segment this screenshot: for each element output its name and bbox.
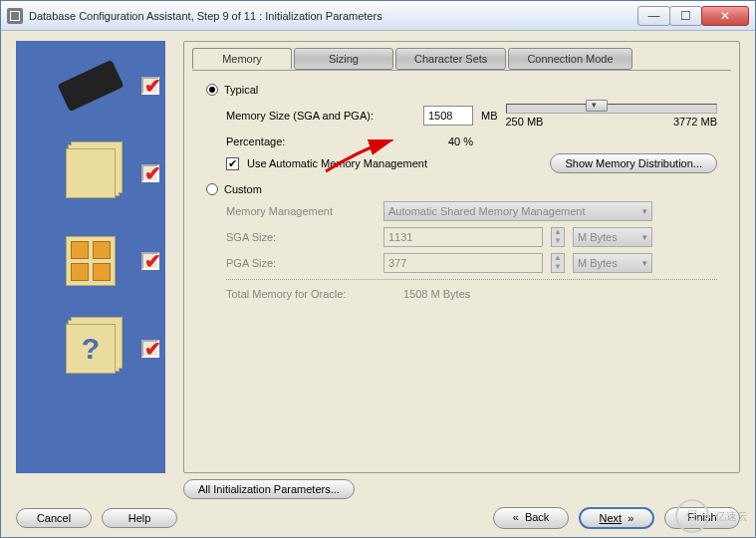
sga-spinner: ▲▼ — [551, 227, 565, 247]
content-area: Memory Sizing Character Sets Connection … — [1, 31, 755, 537]
sga-size-label: SGA Size: — [226, 231, 376, 243]
pga-size-label: PGA Size: — [226, 257, 376, 269]
sga-unit-select: M Bytes▾ — [573, 227, 652, 247]
radio-typical[interactable] — [206, 84, 218, 96]
tab-bar: Memory Sizing Character Sets Connection … — [184, 42, 739, 70]
titlebar[interactable]: Database Configuration Assistant, Step 9… — [1, 1, 755, 31]
tab-connection-mode[interactable]: Connection Mode — [508, 48, 631, 70]
app-icon — [7, 8, 23, 24]
tab-sizing[interactable]: Sizing — [294, 48, 393, 70]
sidebar-step-icon — [16, 138, 165, 208]
memory-size-unit: MB — [481, 110, 498, 122]
sidebar-step-icon — [16, 314, 165, 384]
tab-character-sets[interactable]: Character Sets — [395, 48, 506, 70]
percentage-label: Percentage: — [226, 135, 415, 147]
settings-panel: Memory Sizing Character Sets Connection … — [183, 41, 740, 473]
chevron-down-icon: ▾ — [642, 258, 647, 268]
radio-custom[interactable] — [206, 183, 218, 195]
slider-thumb[interactable] — [586, 100, 608, 112]
percentage-value: 40 % — [423, 135, 473, 147]
show-memory-dist-button[interactable]: Show Memory Distribution... — [550, 153, 717, 173]
mem-mgmt-select: Automatic Shared Memory Management▾ — [383, 201, 652, 221]
maximize-button[interactable]: ☐ — [669, 6, 702, 26]
watermark-text: 亿速云 — [715, 509, 748, 524]
chevron-down-icon: ▾ — [642, 232, 647, 242]
auto-memory-label: Use Automatic Memory Management — [247, 157, 427, 169]
help-button[interactable]: Help — [102, 508, 177, 528]
step-complete-icon — [141, 77, 159, 95]
all-init-params-button[interactable]: All Initialization Parameters... — [183, 479, 355, 499]
memory-size-label: Memory Size (SGA and PGA): — [226, 110, 415, 122]
total-memory-value: 1508 M Bytes — [403, 288, 470, 300]
tab-memory[interactable]: Memory — [192, 48, 292, 70]
auto-memory-checkbox[interactable]: ✔ — [226, 157, 239, 170]
back-button[interactable]: « Back — [493, 507, 569, 529]
mem-mgmt-label: Memory Management — [226, 205, 376, 217]
slider-min-label: 250 MB — [506, 116, 544, 128]
window-frame: Database Configuration Assistant, Step 9… — [0, 0, 756, 538]
step-complete-icon — [141, 164, 159, 182]
memory-slider[interactable]: 250 MB 3772 MB — [506, 102, 718, 130]
minimize-button[interactable]: — — [637, 6, 670, 26]
slider-max-label: 3772 MB — [673, 116, 717, 128]
watermark: 亿 亿速云 — [675, 499, 748, 533]
radio-custom-label: Custom — [224, 183, 262, 195]
next-button[interactable]: Next » — [579, 507, 654, 529]
total-memory-label: Total Memory for Oracle: — [226, 288, 395, 300]
pga-size-input — [383, 253, 543, 273]
sga-size-input — [383, 227, 543, 247]
window-title: Database Configuration Assistant, Step 9… — [29, 10, 638, 22]
sidebar-step-icon — [16, 51, 165, 121]
cancel-button[interactable]: Cancel — [16, 508, 92, 528]
wizard-sidebar — [16, 41, 165, 473]
pga-spinner: ▲▼ — [551, 253, 565, 273]
radio-typical-label: Typical — [224, 84, 258, 96]
sidebar-step-icon — [16, 226, 165, 296]
chevron-down-icon: ▾ — [642, 206, 647, 216]
watermark-icon: 亿 — [675, 499, 709, 533]
close-button[interactable]: ✕ — [701, 6, 749, 26]
wizard-nav-bar: Cancel Help « Back Next » Finish — [16, 499, 740, 529]
step-complete-icon — [141, 340, 159, 358]
tab-content-memory: Typical Memory Size (SGA and PGA): MB 25… — [184, 71, 739, 472]
window-buttons: — ☐ ✕ — [638, 6, 749, 26]
step-complete-icon — [141, 252, 159, 270]
pga-unit-select: M Bytes▾ — [573, 253, 652, 273]
memory-size-input[interactable] — [423, 106, 473, 126]
